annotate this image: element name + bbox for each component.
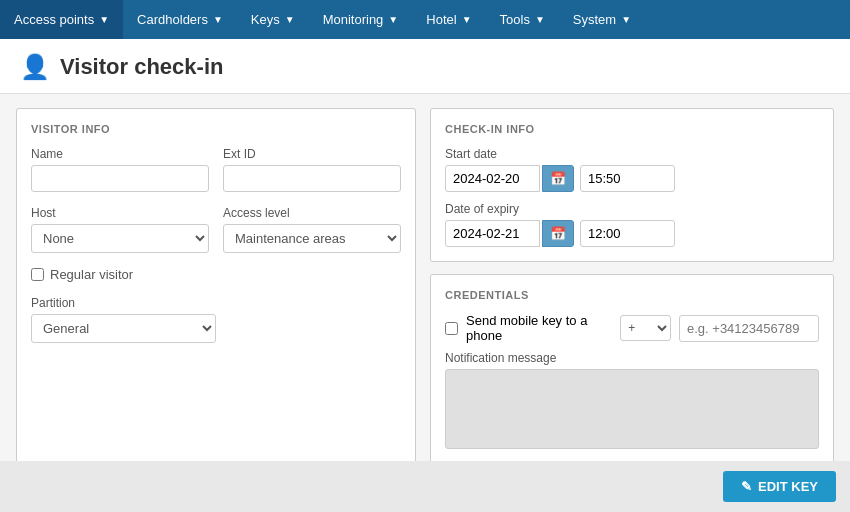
date-row: Start date 📅 Date of expiry 📅: [445, 147, 819, 247]
partition-select[interactable]: General: [31, 314, 216, 343]
page-header: 👤 Visitor check-in: [0, 39, 850, 94]
host-access-row: Host None Access level Maintenance areas: [31, 206, 401, 253]
expiry-date-label: Date of expiry: [445, 202, 675, 216]
page-title: Visitor check-in: [60, 54, 223, 80]
access-level-label: Access level: [223, 206, 401, 220]
nav-hotel[interactable]: Hotel ▼: [412, 0, 485, 39]
right-panel: CHECK-IN INFO Start date 📅 Date of expir…: [430, 108, 834, 493]
name-extid-row: Name Ext ID: [31, 147, 401, 192]
host-label: Host: [31, 206, 209, 220]
start-time-input[interactable]: [580, 165, 675, 192]
partition-label: Partition: [31, 296, 216, 310]
expiry-date-calendar-button[interactable]: 📅: [542, 220, 574, 247]
nav-cardholders-chevron: ▼: [213, 14, 223, 25]
ext-id-field-group: Ext ID: [223, 147, 401, 192]
send-mobile-key-checkbox[interactable]: [445, 322, 458, 335]
send-mobile-key-row: Send mobile key to a phone +: [445, 313, 819, 343]
nav-cardholders-label: Cardholders: [137, 12, 208, 27]
nav-tools[interactable]: Tools ▼: [486, 0, 559, 39]
start-date-calendar-button[interactable]: 📅: [542, 165, 574, 192]
ext-id-input[interactable]: [223, 165, 401, 192]
nav-system[interactable]: System ▼: [559, 0, 645, 39]
page-content: 👤 Visitor check-in VISITOR INFO Name Ext…: [0, 39, 850, 512]
edit-key-icon: ✎: [741, 479, 752, 494]
send-mobile-key-label[interactable]: Send mobile key to a phone: [466, 313, 612, 343]
page-footer: ✎ EDIT KEY: [0, 461, 850, 512]
nav-monitoring-chevron: ▼: [388, 14, 398, 25]
phone-input[interactable]: [679, 315, 819, 342]
nav-hotel-chevron: ▼: [462, 14, 472, 25]
checkin-info-panel: CHECK-IN INFO Start date 📅 Date of expir…: [430, 108, 834, 262]
nav-tools-chevron: ▼: [535, 14, 545, 25]
person-icon: 👤: [20, 53, 50, 81]
nav-system-chevron: ▼: [621, 14, 631, 25]
main-area: VISITOR INFO Name Ext ID Host None: [0, 94, 850, 507]
host-select[interactable]: None: [31, 224, 209, 253]
phone-prefix-select[interactable]: +: [620, 315, 671, 341]
main-navigation: Access points ▼ Cardholders ▼ Keys ▼ Mon…: [0, 0, 850, 39]
nav-keys-label: Keys: [251, 12, 280, 27]
access-level-select[interactable]: Maintenance areas: [223, 224, 401, 253]
expiry-date-input[interactable]: [445, 220, 540, 247]
access-level-field-group: Access level Maintenance areas: [223, 206, 401, 253]
notification-message-label: Notification message: [445, 351, 819, 365]
regular-visitor-checkbox[interactable]: [31, 268, 44, 281]
nav-monitoring[interactable]: Monitoring ▼: [309, 0, 413, 39]
expiry-date-input-row: 📅: [445, 220, 675, 247]
partition-field-group: Partition General: [31, 296, 216, 343]
start-date-group: Start date 📅: [445, 147, 675, 192]
visitor-info-panel: VISITOR INFO Name Ext ID Host None: [16, 108, 416, 493]
host-field-group: Host None: [31, 206, 209, 253]
nav-keys-chevron: ▼: [285, 14, 295, 25]
checkin-info-title: CHECK-IN INFO: [445, 123, 819, 135]
nav-cardholders[interactable]: Cardholders ▼: [123, 0, 237, 39]
nav-access-points-label: Access points: [14, 12, 94, 27]
notification-message-textarea[interactable]: [445, 369, 819, 449]
ext-id-label: Ext ID: [223, 147, 401, 161]
nav-access-points-chevron: ▼: [99, 14, 109, 25]
start-date-label: Start date: [445, 147, 675, 161]
name-label: Name: [31, 147, 209, 161]
edit-key-button[interactable]: ✎ EDIT KEY: [723, 471, 836, 502]
nav-monitoring-label: Monitoring: [323, 12, 384, 27]
credentials-title: CREDENTIALS: [445, 289, 819, 301]
nav-system-label: System: [573, 12, 616, 27]
edit-key-label: EDIT KEY: [758, 479, 818, 494]
nav-hotel-label: Hotel: [426, 12, 456, 27]
regular-visitor-label[interactable]: Regular visitor: [50, 267, 133, 282]
regular-visitor-row: Regular visitor: [31, 267, 401, 282]
expiry-time-input[interactable]: [580, 220, 675, 247]
nav-tools-label: Tools: [500, 12, 530, 27]
nav-access-points[interactable]: Access points ▼: [0, 0, 123, 39]
start-date-input[interactable]: [445, 165, 540, 192]
name-input[interactable]: [31, 165, 209, 192]
expiry-date-group: Date of expiry 📅: [445, 202, 675, 247]
visitor-info-title: VISITOR INFO: [31, 123, 401, 135]
start-date-input-row: 📅: [445, 165, 675, 192]
nav-keys[interactable]: Keys ▼: [237, 0, 309, 39]
name-field-group: Name: [31, 147, 209, 192]
